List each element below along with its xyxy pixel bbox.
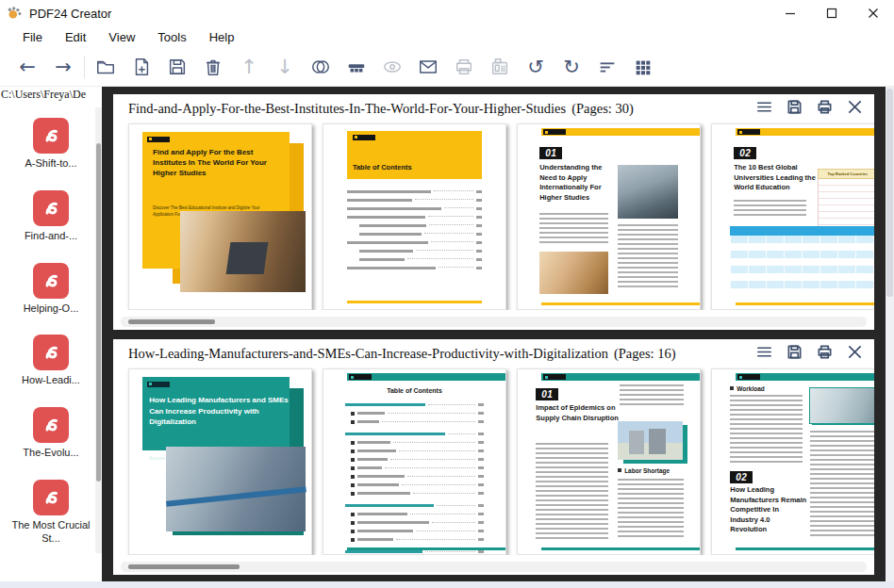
sidebar-item-find-and[interactable]: Find-and-... xyxy=(0,190,102,243)
pdf-file-icon xyxy=(33,190,69,226)
page-thumbnails-row: Find and Apply For the Best Institutes I… xyxy=(113,122,874,310)
open-folder-icon[interactable] xyxy=(88,52,124,82)
preview-eye-icon xyxy=(374,52,410,82)
document-panel-2-header: How-Leading-Manufacturers-and-SMEs-Can-I… xyxy=(113,339,874,368)
back-arrow-icon[interactable]: ← xyxy=(9,52,45,82)
app-title: PDF24 Creator xyxy=(29,7,111,21)
page-thumbnails-row: How Leading Manufacturers and SMEs Can I… xyxy=(113,368,874,555)
chapter-badge: 02 xyxy=(734,147,756,159)
delete-icon[interactable] xyxy=(195,52,231,82)
body-text xyxy=(730,395,803,465)
maximize-button[interactable] xyxy=(811,0,853,26)
panel-save-icon[interactable] xyxy=(786,344,803,364)
cover-title: How Leading Manufacturers and SMEs Can I… xyxy=(149,395,291,427)
menu-edit[interactable]: Edit xyxy=(54,28,97,46)
close-button[interactable] xyxy=(853,0,894,26)
merge-icon[interactable] xyxy=(303,52,339,82)
sidebar-item-the-evolu[interactable]: The-Evolu... xyxy=(0,407,102,460)
document-panel-2: How-Leading-Manufacturers-and-SMEs-Can-I… xyxy=(113,339,874,575)
body-text xyxy=(618,479,684,540)
chapter-badge: 01 xyxy=(536,388,558,400)
rotate-right-icon[interactable]: ↻ xyxy=(554,52,589,82)
chapter-photo xyxy=(809,387,874,424)
sidebar-item-a-shift-to[interactable]: A-Shift-to... xyxy=(0,118,102,171)
chapter-photo xyxy=(618,421,683,460)
page-thumbnail-toc[interactable]: Table of Contents xyxy=(323,123,506,310)
window-bottom-edge xyxy=(0,581,894,588)
panel-print-icon[interactable] xyxy=(817,99,833,119)
chapter-heading: Understanding the Need to Apply Internat… xyxy=(539,163,620,203)
panel-menu-icon[interactable] xyxy=(756,344,772,364)
page-thumbnail-cover[interactable]: Find and Apply For the Best Institutes I… xyxy=(128,123,312,310)
body-text xyxy=(810,431,874,540)
file-label: The-Evolu... xyxy=(0,447,102,460)
move-up-icon: ↑ xyxy=(231,52,267,82)
menu-view[interactable]: View xyxy=(97,28,146,46)
panel-menu-icon[interactable] xyxy=(756,99,772,119)
menu-file[interactable]: File xyxy=(11,28,54,46)
section-heading: Labor Shortage xyxy=(618,467,670,474)
page-thumbnail-chapter-01[interactable]: 01 Impact of Epidemics on Supply Chain D… xyxy=(517,368,701,555)
section-heading: Workload xyxy=(730,385,765,392)
print-icon xyxy=(446,52,482,82)
toc-entries xyxy=(347,188,482,272)
file-list-sidebar: C:\Users\Freya\De A-Shift-to... Find-and… xyxy=(0,87,102,581)
body-text xyxy=(539,213,608,244)
workspace-vertical-scrollbar[interactable] xyxy=(886,87,894,581)
pdf-file-icon xyxy=(33,480,69,515)
panel-print-icon[interactable] xyxy=(817,344,833,364)
panel-1-horizontal-scrollbar[interactable] xyxy=(121,317,867,327)
cover-title: Find and Apply For the Best Institutes I… xyxy=(153,148,284,178)
page-thumbnail-chapter-02[interactable]: Workload 02 How Leading Manufacturers Re… xyxy=(711,368,874,555)
minimize-button[interactable] xyxy=(770,0,811,26)
chapter-badge: 02 xyxy=(730,471,753,483)
forward-arrow-icon[interactable]: → xyxy=(45,52,81,82)
add-file-icon[interactable] xyxy=(124,52,159,82)
workspace: Find-and-Apply-For-the-Best-Institutes-I… xyxy=(102,87,894,581)
panel-save-icon[interactable] xyxy=(786,99,803,119)
body-text xyxy=(536,443,608,539)
cover-photo xyxy=(166,447,306,531)
compress-icon[interactable] xyxy=(339,52,374,82)
toolbar-separator xyxy=(84,56,85,78)
sidebar-item-the-most-crucial[interactable]: The Most Crucial St... xyxy=(0,480,102,546)
chapter-heading: The 10 Best Global Universities Leading … xyxy=(734,163,821,193)
panel-close-icon[interactable] xyxy=(847,344,863,364)
file-label: Helping-O... xyxy=(0,302,102,316)
menu-bar: File Edit View Tools Help xyxy=(0,26,894,48)
toc-entries xyxy=(345,400,484,555)
page-thumbnail-chapter-02[interactable]: 02 The 10 Best Global Universities Leadi… xyxy=(711,123,874,310)
rotate-left-icon[interactable]: ↺ xyxy=(518,52,554,82)
page-thumbnail-chapter-01[interactable]: 01 Understanding the Need to Apply Inter… xyxy=(517,123,701,310)
body-text xyxy=(618,224,678,291)
panel-2-horizontal-scrollbar[interactable] xyxy=(121,562,867,572)
panel-close-icon[interactable] xyxy=(847,99,863,119)
grid-view-icon[interactable] xyxy=(625,52,661,82)
document-panel-1-header: Find-and-Apply-For-the-Best-Institutes-I… xyxy=(113,94,874,122)
document-title: Find-and-Apply-For-the-Best-Institutes-I… xyxy=(128,101,756,117)
chapter-photo xyxy=(618,165,678,219)
sidebar-item-how-leadi[interactable]: How-Leadi... xyxy=(0,335,102,387)
sidebar-item-helping-o[interactable]: Helping-O... xyxy=(0,263,102,316)
cover-photo xyxy=(180,211,306,292)
file-label: Find-and-... xyxy=(0,230,102,243)
body-text xyxy=(620,384,684,408)
chapter-badge: 01 xyxy=(539,147,562,159)
page-thumbnail-toc[interactable]: Table of Contents xyxy=(323,368,506,555)
file-label: The Most Crucial St... xyxy=(0,519,102,546)
sort-icon[interactable] xyxy=(589,52,625,82)
save-icon[interactable] xyxy=(159,52,195,82)
email-icon[interactable] xyxy=(410,52,446,82)
toc-heading: Table of Contents xyxy=(353,163,412,173)
fax-icon xyxy=(482,52,518,82)
menu-help[interactable]: Help xyxy=(198,28,246,46)
pdf-file-icon xyxy=(33,118,69,154)
pdf-file-icon xyxy=(33,263,69,299)
menu-tools[interactable]: Tools xyxy=(146,28,197,46)
document-title: How-Leading-Manufacturers-and-SMEs-Can-I… xyxy=(128,346,756,362)
page-thumbnail-cover[interactable]: How Leading Manufacturers and SMEs Can I… xyxy=(128,368,312,555)
sidebar-scrollbar[interactable] xyxy=(95,107,102,553)
pdf-file-icon xyxy=(33,407,69,443)
file-label: How-Leadi... xyxy=(0,374,102,387)
chapter-photo-2 xyxy=(539,252,608,294)
